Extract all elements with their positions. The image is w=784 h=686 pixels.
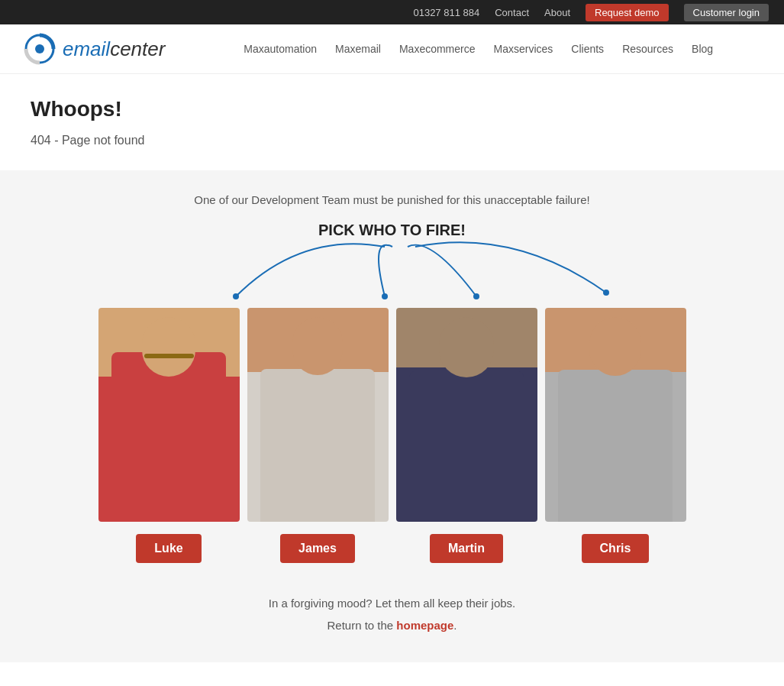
pick-title: PICK WHO TO FIRE! <box>0 222 784 239</box>
not-found-text: 404 - Page not found <box>31 134 753 147</box>
top-bar: 01327 811 884 Contact About Request demo… <box>0 0 784 24</box>
svg-point-5 <box>603 290 609 296</box>
svg-point-3 <box>382 293 388 299</box>
nav-links: Maxautomation Maxemail Maxecommerce Maxs… <box>195 42 761 56</box>
james-button[interactable]: James <box>280 534 355 563</box>
svg-point-2 <box>233 293 239 299</box>
luke-button[interactable]: Luke <box>136 534 201 563</box>
customer-login-button[interactable]: Customer login <box>684 4 769 21</box>
bottom-section: In a forgiving mood? Let them all keep t… <box>0 581 784 662</box>
people-container: Luke James Martin Chris <box>0 308 784 581</box>
nav-maxautomation[interactable]: Maxautomation <box>244 43 317 55</box>
martin-button[interactable]: Martin <box>430 534 503 563</box>
arrows-decoration <box>87 239 698 308</box>
return-text: Return to the homepage. <box>31 619 753 632</box>
nav-maxecommerce[interactable]: Maxecommerce <box>399 43 476 55</box>
return-prefix: Return to the <box>327 619 396 632</box>
luke-photo <box>98 308 240 522</box>
logo-icon <box>23 32 56 66</box>
nav-resources[interactable]: Resources <box>622 43 673 55</box>
main-content: Whoops! 404 - Page not found <box>0 74 784 147</box>
forgiving-text: In a forgiving mood? Let them all keep t… <box>31 597 753 610</box>
svg-point-4 <box>473 293 479 299</box>
punishment-text: One of our Development Team must be puni… <box>0 193 784 206</box>
person-martin: Martin <box>396 308 537 581</box>
main-nav: emailcenter Maxautomation Maxemail Maxec… <box>0 24 784 74</box>
contact-link[interactable]: Contact <box>495 7 529 18</box>
james-photo <box>247 308 389 522</box>
nav-maxservices[interactable]: Maxservices <box>494 43 553 55</box>
person-luke: Luke <box>98 308 240 581</box>
request-demo-button[interactable]: Request demo <box>586 4 669 21</box>
chris-photo <box>545 308 686 522</box>
chris-button[interactable]: Chris <box>582 534 650 563</box>
return-suffix: . <box>453 619 457 632</box>
logo[interactable]: emailcenter <box>23 32 165 66</box>
whoops-heading: Whoops! <box>31 97 753 121</box>
nav-blog[interactable]: Blog <box>692 43 713 55</box>
phone-number: 01327 811 884 <box>413 7 479 18</box>
nav-maxemail[interactable]: Maxemail <box>335 43 381 55</box>
person-chris: Chris <box>545 308 686 581</box>
person-james: James <box>247 308 389 581</box>
nav-clients[interactable]: Clients <box>571 43 604 55</box>
svg-point-1 <box>35 44 44 53</box>
homepage-link[interactable]: homepage <box>396 619 453 632</box>
about-link[interactable]: About <box>544 7 570 18</box>
martin-photo <box>396 308 537 522</box>
fire-section: One of our Development Team must be puni… <box>0 170 784 581</box>
logo-text: emailcenter <box>63 37 165 61</box>
